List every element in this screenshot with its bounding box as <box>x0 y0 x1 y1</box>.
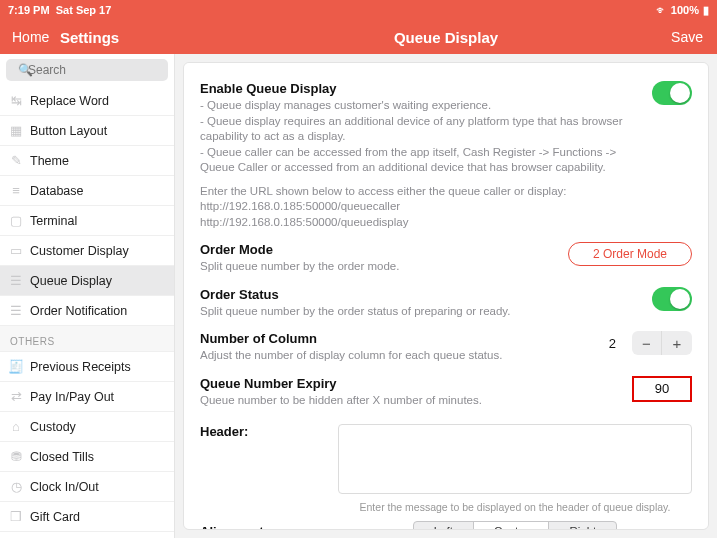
sidebar-item-label: Database <box>30 184 84 198</box>
sidebar-item-order-notification[interactable]: ☰Order Notification <box>0 296 174 326</box>
sidebar-item-previous-receipts[interactable]: 🧾Previous Receipts <box>0 352 174 382</box>
status-bar: 7:19 PM Sat Sep 17 ᯤ 100% ▮ <box>0 0 717 20</box>
alignment-center[interactable]: Center <box>473 522 550 530</box>
sidebar-item-label: Clock In/Out <box>30 480 99 494</box>
enable-title: Enable Queue Display <box>200 81 640 96</box>
sidebar-section-others: OTHERS <box>0 326 174 352</box>
sidebar-item-queue-display[interactable]: ☰Queue Display <box>0 266 174 296</box>
custody-icon: ⌂ <box>8 419 24 434</box>
notification-icon: ☰ <box>8 303 24 318</box>
sidebar-item-closed-tills[interactable]: ⛃Closed Tills <box>0 442 174 472</box>
terminal-icon: ▢ <box>8 213 24 228</box>
orderstatus-toggle[interactable] <box>652 287 692 311</box>
sidebar-item-label: Previous Receipts <box>30 360 131 374</box>
cash-icon: ⇄ <box>8 389 24 404</box>
settings-card: Enable Queue Display - Queue display man… <box>183 62 709 530</box>
receipt-icon: 🧾 <box>8 359 24 374</box>
sidebar-item-customer-display[interactable]: ▭Customer Display <box>0 236 174 266</box>
page-title: Queue Display <box>175 29 717 46</box>
clock-icon: ◷ <box>8 479 24 494</box>
ordermode-button[interactable]: 2 Order Mode <box>568 242 692 266</box>
wifi-icon: ᯤ <box>656 4 667 16</box>
numcol-value: 2 <box>609 336 616 351</box>
status-time: 7:19 PM <box>8 4 50 16</box>
url-queuedisplay: http://192.168.0.185:50000/queuedisplay <box>200 216 408 228</box>
url-intro: Enter the URL shown below to access eith… <box>200 185 567 197</box>
sidebar-item-label: Terminal <box>30 214 77 228</box>
orderstatus-desc: Split queue number by the order status o… <box>200 304 640 320</box>
sidebar-item-database[interactable]: ≡Database <box>0 176 174 206</box>
sidebar-item-label: Pay In/Pay Out <box>30 390 114 404</box>
sidebar-item-label: Order Notification <box>30 304 127 318</box>
sidebar-item-label: Replace Word <box>30 94 109 108</box>
sidebar-item-theme[interactable]: ✎Theme <box>0 146 174 176</box>
status-date: Sat Sep 17 <box>56 4 112 16</box>
queue-icon: ☰ <box>8 273 24 288</box>
gift-icon: ❒ <box>8 509 24 524</box>
display-icon: ▭ <box>8 243 24 258</box>
alignment-segmented: Left Center Right <box>413 521 618 530</box>
enable-desc: - Queue display manages customer's waiti… <box>200 98 640 176</box>
sidebar-item-clock-in-out[interactable]: ◷Clock In/Out <box>0 472 174 502</box>
expiry-input[interactable]: 90 <box>632 376 692 402</box>
sidebar-item-label: Queue Display <box>30 274 112 288</box>
sidebar: 🔍 ↹Replace Word ▦Button Layout ✎Theme ≡D… <box>0 54 175 538</box>
numcol-title: Number of Column <box>200 331 597 346</box>
battery-pct: 100% <box>671 4 699 16</box>
sidebar-item-pay-in-out[interactable]: ⇄Pay In/Pay Out <box>0 382 174 412</box>
numcol-stepper: − + <box>632 331 692 355</box>
sidebar-item-label: Closed Tills <box>30 450 94 464</box>
header-label: Header: <box>200 424 320 439</box>
home-button[interactable]: Home <box>12 29 49 45</box>
sidebar-item-label: Button Layout <box>30 124 107 138</box>
sidebar-item-label: Customer Display <box>30 244 129 258</box>
alignment-left[interactable]: Left <box>414 522 473 530</box>
replace-icon: ↹ <box>8 93 24 108</box>
sidebar-item-terminal[interactable]: ▢Terminal <box>0 206 174 236</box>
sidebar-item-replace-word[interactable]: ↹Replace Word <box>0 86 174 116</box>
enable-toggle[interactable] <box>652 81 692 105</box>
sidebar-item-button-layout[interactable]: ▦Button Layout <box>0 116 174 146</box>
sidebar-item-gift-card[interactable]: ❒Gift Card <box>0 502 174 532</box>
settings-title: Settings <box>60 29 119 46</box>
alignment-label: Alignment: <box>200 524 320 530</box>
battery-icon: ▮ <box>703 4 709 17</box>
sidebar-item-label: Custody <box>30 420 76 434</box>
numcol-minus-button[interactable]: − <box>632 331 662 355</box>
database-icon: ≡ <box>8 183 24 198</box>
sidebar-item-label: Gift Card <box>30 510 80 524</box>
save-button[interactable]: Save <box>671 29 703 45</box>
numcol-plus-button[interactable]: + <box>662 331 692 355</box>
expiry-desc: Queue number to be hidden after X number… <box>200 393 620 409</box>
ordermode-desc: Split queue number by the order mode. <box>200 259 556 275</box>
ordermode-title: Order Mode <box>200 242 556 257</box>
header-hint: Enter the message to be displayed on the… <box>338 501 692 513</box>
url-queuecaller: http://192.168.0.185:50000/queuecaller <box>200 200 400 212</box>
orderstatus-title: Order Status <box>200 287 640 302</box>
grid-icon: ▦ <box>8 123 24 138</box>
search-icon: 🔍 <box>18 63 33 77</box>
sidebar-item-label: Theme <box>30 154 69 168</box>
theme-icon: ✎ <box>8 153 24 168</box>
header-textarea[interactable] <box>338 424 692 494</box>
nav-bar: Home Settings Queue Display Save <box>0 20 717 54</box>
till-icon: ⛃ <box>8 449 24 464</box>
numcol-desc: Adjust the number of display column for … <box>200 348 597 364</box>
alignment-right[interactable]: Right <box>549 522 616 530</box>
expiry-title: Queue Number Expiry <box>200 376 620 391</box>
sidebar-item-custody[interactable]: ⌂Custody <box>0 412 174 442</box>
